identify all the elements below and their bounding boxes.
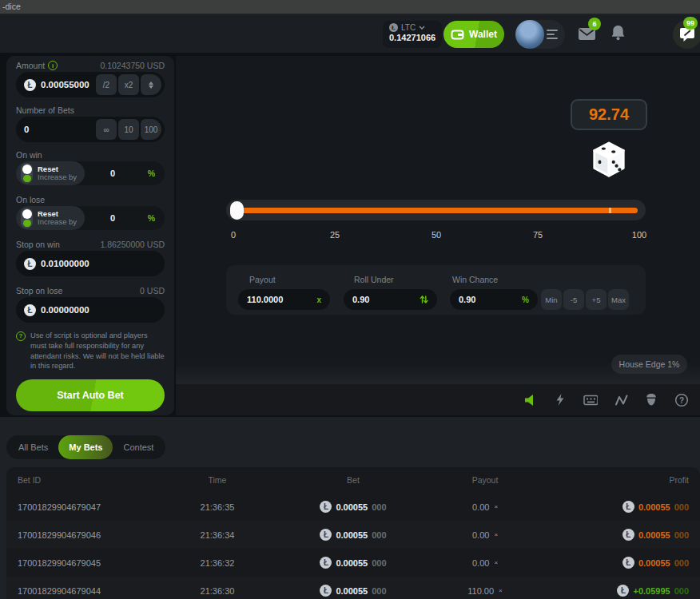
help-button[interactable]: ? (674, 393, 689, 407)
roll-result-marker (609, 208, 611, 213)
ltc-coin-icon: Ł (24, 79, 36, 91)
ltc-coin-icon: Ł (320, 501, 332, 513)
window-title: -dice (2, 2, 21, 11)
toggle-switch-icon[interactable] (21, 208, 33, 228)
swap-icon[interactable] (420, 295, 428, 304)
tick-25: 25 (330, 230, 340, 240)
win-chance-plus5-button[interactable]: +5 (586, 289, 607, 310)
disclaimer-text: Use of script is optional and players mu… (30, 331, 165, 371)
wallet-icon (451, 29, 464, 41)
window-titlebar: -dice (0, 0, 700, 14)
amount-input[interactable]: 0.00055000 (41, 80, 89, 89)
bet-payout: 0.00× (417, 558, 553, 568)
bet-id: 17001829904679045 (18, 558, 145, 568)
ltc-coin-icon: Ł (320, 585, 332, 597)
on-win-mode-toggle[interactable]: Reset Increase by (16, 161, 85, 185)
on-lose-value-input[interactable]: 0 (110, 213, 115, 223)
slider-handle[interactable] (230, 201, 244, 220)
bet-amount: Ł0.00055000 (289, 557, 417, 569)
currency-selector[interactable]: Ł LTC 0.14271066 (383, 21, 442, 48)
payout-multiplier-unit: x (316, 296, 321, 304)
win-chance-minus5-button[interactable]: -5 (563, 289, 584, 310)
bell-icon (611, 25, 626, 42)
tick-50: 50 (432, 230, 441, 240)
user-avatar[interactable] (515, 20, 544, 49)
seed-fairness-button[interactable] (644, 393, 658, 407)
payout-field: 110.0000 x (238, 289, 330, 310)
svg-text:?: ? (679, 395, 684, 404)
bet-time: 21:36:30 (145, 586, 289, 596)
roll-result-display: 92.74 (571, 99, 647, 130)
bets-table: Bet ID Time Bet Payout Profit 1700182990… (6, 467, 700, 599)
notifications-button[interactable] (611, 25, 626, 45)
seed-icon (645, 393, 658, 407)
script-disclaimer: ? Use of script is optional and players … (16, 331, 165, 371)
increase-by-option[interactable]: Increase by (38, 173, 77, 181)
infinite-bets-button[interactable]: ∞ (96, 119, 117, 140)
ltc-coin-icon: Ł (617, 585, 629, 597)
ltc-coin-icon: Ł (24, 304, 36, 316)
profile-menu-icon[interactable] (547, 30, 558, 42)
on-win-value-input[interactable]: 0 (110, 169, 115, 178)
ltc-coin-icon: Ł (320, 529, 332, 541)
bet-amount: Ł0.00055000 (289, 501, 417, 513)
bets-tabs: All Bets My Bets Contest (6, 435, 165, 459)
bet-payout: 0.00× (417, 530, 553, 540)
toggle-switch-icon[interactable] (21, 163, 33, 184)
bet-row[interactable]: 17001829904679047 21:36:35 Ł0.00055000 0… (6, 493, 700, 521)
wallet-balance: 0.14271066 (389, 33, 436, 42)
bet-row[interactable]: 17001829904679046 21:36:34 Ł0.00055000 0… (6, 521, 700, 549)
wallet-button[interactable]: Wallet (443, 21, 504, 48)
tab-my-bets[interactable]: My Bets (58, 435, 113, 459)
tab-all-bets[interactable]: All Bets (8, 435, 58, 459)
stepper-up-icon[interactable] (149, 81, 153, 85)
double-amount-button[interactable]: x2 (118, 74, 139, 95)
bet-amount: Ł0.00055000 (289, 529, 417, 541)
payout-input[interactable]: 110.0000 (247, 295, 283, 304)
amount-field: Ł 0.00055000 /2 x2 (16, 72, 165, 97)
amount-stepper[interactable] (141, 74, 161, 95)
dice-icon (591, 141, 627, 182)
on-lose-label: On lose (16, 195, 45, 204)
number-of-bets-field: 0 ∞ 10 100 (16, 117, 165, 142)
stop-on-lose-input[interactable]: 0.00000000 (41, 305, 89, 315)
bet-payout: 110.00× (417, 586, 553, 596)
trend-icon (614, 394, 628, 407)
stop-on-win-input[interactable]: 0.01000000 (41, 259, 89, 268)
win-chance-min-button[interactable]: Min (541, 289, 562, 310)
help-icon: ? (674, 393, 689, 407)
ltc-coin-icon: Ł (622, 501, 634, 513)
increase-by-option[interactable]: Increase by (38, 218, 77, 226)
live-stats-button[interactable] (614, 393, 628, 407)
half-amount-button[interactable]: /2 (96, 74, 117, 95)
bet-profit: Ł0.00055000 (553, 529, 689, 541)
table-floor-gradient (176, 362, 700, 384)
ten-bets-button[interactable]: 10 (118, 119, 139, 140)
bet-time: 21:36:35 (145, 502, 289, 512)
bet-time: 21:36:34 (145, 530, 289, 540)
stepper-down-icon[interactable] (149, 85, 153, 89)
on-lose-mode-toggle[interactable]: Reset Increase by (16, 206, 85, 230)
stop-on-win-field: Ł 0.01000000 (16, 251, 165, 276)
sound-toggle-button[interactable] (523, 393, 537, 407)
win-chance-max-button[interactable]: Max (608, 289, 629, 310)
mail-badge: 6 (588, 18, 601, 30)
start-auto-bet-button[interactable]: Start Auto Bet (16, 379, 165, 411)
ltc-coin-icon: Ł (622, 557, 634, 569)
tab-contest[interactable]: Contest (113, 435, 164, 459)
turbo-button[interactable] (553, 393, 567, 407)
roll-under-input[interactable]: 0.90 (352, 295, 369, 304)
wallet-button-label: Wallet (469, 29, 497, 40)
bet-row[interactable]: 17001829904679045 21:36:32 Ł0.00055000 0… (6, 549, 700, 577)
info-icon[interactable]: i (48, 61, 58, 70)
hundred-bets-button[interactable]: 100 (141, 119, 161, 140)
on-lose-percent-unit: % (148, 213, 155, 223)
roll-under-slider[interactable] (226, 200, 646, 220)
slider-scale: 0 25 50 75 100 (226, 230, 646, 241)
col-bet-id: Bet ID (18, 475, 145, 485)
hotkeys-button[interactable] (583, 393, 598, 407)
bet-row[interactable]: 17001829904679044 21:36:30 Ł0.00055000 1… (6, 577, 700, 599)
bet-profit: Ł0.00055000 (553, 501, 689, 513)
number-of-bets-input[interactable]: 0 (24, 125, 29, 134)
win-chance-input[interactable]: 0.90 (459, 295, 475, 304)
